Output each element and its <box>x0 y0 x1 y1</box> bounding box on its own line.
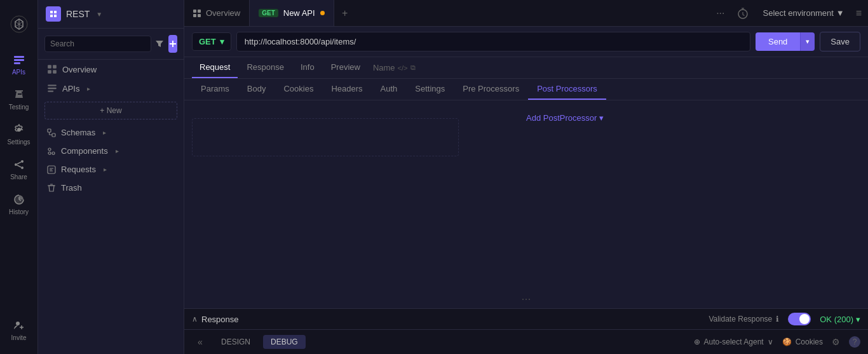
svg-line-9 <box>17 165 21 167</box>
more-options-button[interactable]: ··· <box>714 5 727 22</box>
sidebar-item-apis[interactable]: APIs <box>0 47 37 82</box>
workspace-header[interactable]: REST ▼ <box>38 0 184 29</box>
url-input[interactable] <box>236 32 750 51</box>
timer-button[interactable] <box>734 4 752 22</box>
sidebar-item-testing[interactable]: Testing <box>0 82 37 117</box>
svg-point-12 <box>16 322 20 325</box>
response-right-section: Validate Response ℹ OK (200) ▾ <box>709 313 860 325</box>
ok-status-badge[interactable]: OK (200) ▾ <box>820 315 860 324</box>
sidebar-label-testing: Testing <box>9 104 29 111</box>
tab-request[interactable]: Request <box>192 57 238 78</box>
debug-button[interactable]: DEBUG <box>263 335 306 349</box>
testing-icon <box>13 88 25 101</box>
send-button[interactable]: Send <box>756 32 800 51</box>
subtab-settings[interactable]: Settings <box>406 79 454 100</box>
nav-trash[interactable]: Trash <box>38 179 184 197</box>
trash-label: Trash <box>61 183 82 193</box>
sidebar-item-history[interactable]: History <box>0 187 37 222</box>
subtab-cookies[interactable]: Cookies <box>275 79 322 100</box>
send-dropdown-button[interactable]: ▾ <box>800 32 815 51</box>
svg-line-8 <box>17 162 21 164</box>
svg-point-28 <box>48 152 51 154</box>
bottom-right-section: ⊕ Auto-select Agent ∨ 🍪 Cookies ⚙ ? <box>694 336 860 348</box>
svg-rect-19 <box>48 70 51 74</box>
method-chevron-icon: ▾ <box>220 37 224 46</box>
tab-info[interactable]: Info <box>293 57 322 78</box>
svg-rect-3 <box>14 62 20 64</box>
sidebar-item-share[interactable]: Share <box>0 152 37 187</box>
subtab-headers[interactable]: Headers <box>322 79 371 100</box>
svg-rect-22 <box>48 88 57 89</box>
tab-overview[interactable]: Overview <box>184 0 250 26</box>
navigate-back-button[interactable]: « <box>192 334 208 350</box>
env-select-label: Select environment <box>763 8 834 18</box>
copy-icon[interactable]: ⧉ <box>410 64 416 72</box>
cookies-button[interactable]: 🍪 Cookies <box>782 337 823 346</box>
svg-rect-2 <box>14 59 24 61</box>
logo-area[interactable] <box>0 6 37 42</box>
invite-icon <box>13 319 25 332</box>
tab-preview[interactable]: Preview <box>323 57 368 78</box>
add-tab-button[interactable]: + <box>334 0 356 26</box>
nav-requests[interactable]: Requests ▸ <box>38 160 184 179</box>
add-pp-label: Add PostProcessor <box>526 113 597 123</box>
subtab-body[interactable]: Body <box>238 79 275 100</box>
nav-components[interactable]: Components ▸ <box>38 142 184 160</box>
help-icon-button[interactable]: ? <box>849 336 860 348</box>
tab-new-api[interactable]: GET New API <box>250 0 334 26</box>
response-toggle[interactable]: ∧ Response <box>192 315 239 324</box>
svg-rect-32 <box>193 14 196 17</box>
subtab-params[interactable]: Params <box>192 79 238 100</box>
api-icon <box>13 53 25 66</box>
settings-icon-button[interactable]: ⚙ <box>832 337 840 347</box>
ok-status-label: OK (200) <box>820 315 853 324</box>
svg-point-5 <box>21 160 24 163</box>
nav-overview[interactable]: Overview <box>38 60 184 79</box>
nav-apis[interactable]: APIs ▸ <box>38 79 184 98</box>
subtab-pre-processors[interactable]: Pre Processors <box>454 79 528 100</box>
validate-toggle-switch[interactable] <box>788 313 811 325</box>
auto-select-agent-button[interactable]: ⊕ Auto-select Agent ∨ <box>694 337 773 346</box>
add-postprocessor-button[interactable]: Add PostProcessor ▾ <box>526 113 604 123</box>
subtab-auth[interactable]: Auth <box>372 79 407 100</box>
schemas-chevron-icon: ▸ <box>103 129 106 136</box>
method-select[interactable]: GET ▾ <box>192 32 231 51</box>
tab-response[interactable]: Response <box>239 57 292 78</box>
sidebar-label-invite: Invite <box>11 334 27 341</box>
search-input[interactable] <box>44 36 151 52</box>
env-select-chevron: ▼ <box>836 8 844 18</box>
bottom-bar: « DESIGN DEBUG ⊕ Auto-select Agent ∨ 🍪 C… <box>184 329 868 354</box>
new-label: + New <box>100 106 121 115</box>
sidebar-item-invite[interactable]: Invite <box>0 313 37 348</box>
subtab-post-processors[interactable]: Post Processors <box>528 79 606 100</box>
add-collection-button[interactable] <box>168 35 178 53</box>
main-content: Overview GET New API + ··· Select enviro… <box>184 0 868 354</box>
svg-rect-31 <box>198 10 201 13</box>
agent-label: Auto-select Agent <box>704 337 764 346</box>
sidebar-item-settings[interactable]: Settings <box>0 117 37 152</box>
filter-button[interactable] <box>155 35 165 53</box>
workspace-chevron-icon: ▼ <box>96 11 102 18</box>
environment-select[interactable]: Select environment ▼ <box>758 6 850 20</box>
svg-rect-1 <box>14 56 24 58</box>
tab-bar: Overview GET New API + ··· Select enviro… <box>184 0 868 27</box>
nav-schemas[interactable]: Schemas ▸ <box>38 123 184 142</box>
svg-rect-18 <box>53 65 57 69</box>
post-processor-area: Add PostProcessor ▾ <box>184 100 868 290</box>
components-chevron-icon: ▸ <box>116 147 119 154</box>
svg-rect-20 <box>53 70 57 74</box>
save-button[interactable]: Save <box>820 32 860 51</box>
design-button[interactable]: DESIGN <box>214 335 258 349</box>
svg-point-27 <box>52 152 55 154</box>
settings-icon <box>13 123 25 136</box>
workspace-icon <box>46 6 61 22</box>
hamburger-menu-button[interactable]: ≡ <box>856 8 862 19</box>
validate-response-area: Validate Response ℹ <box>709 315 779 323</box>
new-button[interactable]: + New <box>44 102 177 119</box>
tab-new-api-label: New API <box>283 8 315 18</box>
validate-info-icon: ℹ <box>776 315 779 323</box>
url-bar: GET ▾ Send ▾ Save <box>184 27 868 57</box>
agent-icon: ⊕ <box>694 337 700 346</box>
panel-separator: ··· <box>184 290 868 308</box>
cookies-icon: 🍪 <box>782 337 792 346</box>
